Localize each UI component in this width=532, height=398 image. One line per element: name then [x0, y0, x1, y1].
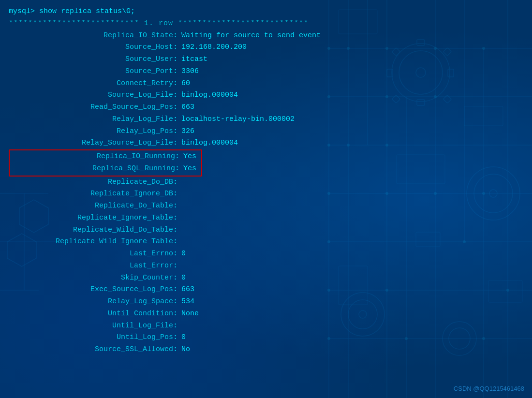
- field-value: [177, 188, 181, 200]
- field-line-replica_io_state: Replica_IO_State: Waiting for source to …: [9, 30, 523, 42]
- field-line-source_port: Source_Port: 3306: [9, 66, 523, 78]
- field-label: Relay_Log_Space: [9, 296, 173, 308]
- field-line-last_error: Last_Error:: [9, 260, 523, 272]
- field-line-until_condition: Until_Condition: None: [9, 308, 523, 320]
- field-label: Source_Host: [9, 42, 173, 54]
- separator-text: *************************** 1. row *****…: [9, 18, 309, 30]
- field-label: Until_Condition: [9, 308, 173, 320]
- field-label: Source_SSL_Allowed: [9, 344, 173, 356]
- field-label: Relay_Log_Pos: [9, 126, 173, 138]
- field-label: Exec_Source_Log_Pos: [9, 284, 173, 296]
- field-label: Until_Log_Pos: [9, 332, 173, 344]
- field-value: 663: [177, 284, 194, 296]
- field-line-until_log_pos: Until_Log_Pos: 0: [9, 332, 523, 344]
- field-value: 0: [177, 332, 186, 344]
- field-value: 0: [177, 248, 186, 260]
- field-value: [177, 320, 181, 332]
- field-value: 60: [177, 78, 190, 90]
- field-value: [177, 212, 181, 224]
- field-line-replicate_ignore_table: Replicate_Ignore_Table:: [9, 212, 523, 224]
- field-line-replica_sql_running: Replica_SQL_Running: Yes: [11, 163, 196, 175]
- highlight-section: Replica_IO_Running: YesReplica_SQL_Runni…: [9, 149, 202, 177]
- field-label: Replica_IO_Running: [11, 151, 175, 163]
- field-value: 192.168.200.200: [177, 42, 247, 54]
- field-label: Source_Port: [9, 66, 173, 78]
- field-label: Replicate_Do_DB: [9, 177, 173, 189]
- field-value: binlog.000004: [177, 137, 238, 149]
- field-label: Source_User: [9, 54, 173, 66]
- field-label: Replicate_Do_Table: [9, 200, 173, 212]
- field-line-replicate_wild_do_table: Replicate_Wild_Do_Table:: [9, 224, 523, 236]
- field-label: Relay_Log_File: [9, 114, 173, 126]
- field-value: [177, 260, 181, 272]
- field-line-source_user: Source_User: itcast: [9, 54, 523, 66]
- field-line-relay_log_space: Relay_Log_Space: 534: [9, 296, 523, 308]
- field-label: Source_Log_File: [9, 89, 173, 102]
- watermark: CSDN @QQ1215461468: [454, 385, 524, 392]
- field-value: [177, 236, 181, 248]
- field-label: Replica_IO_State: [9, 30, 173, 42]
- field-label: Read_Source_Log_Pos: [9, 102, 173, 114]
- field-line-replica_io_running: Replica_IO_Running: Yes: [11, 151, 196, 163]
- field-value: No: [177, 344, 190, 356]
- field-value: Yes: [179, 151, 196, 163]
- field-label: Replica_SQL_Running: [11, 163, 175, 175]
- field-line-until_log_file: Until_Log_File:: [9, 320, 523, 332]
- fields-container: Replica_IO_State: Waiting for source to …: [9, 30, 523, 356]
- field-line-skip_counter: Skip_Counter: 0: [9, 272, 523, 284]
- field-line-last_errno: Last_Errno: 0: [9, 248, 523, 260]
- field-line-replicate_ignore_db: Replicate_Ignore_DB:: [9, 188, 523, 200]
- field-line-connect_retry: Connect_Retry: 60: [9, 78, 523, 90]
- field-value: 3306: [177, 66, 199, 78]
- field-value: Waiting for source to send event: [177, 30, 321, 42]
- field-value: 534: [177, 296, 194, 308]
- separator-line: *************************** 1. row *****…: [9, 18, 523, 30]
- field-value: Yes: [179, 163, 196, 175]
- field-line-replicate_do_db: Replicate_Do_DB:: [9, 177, 523, 189]
- field-label: Last_Errno: [9, 248, 173, 260]
- field-value: [177, 177, 181, 189]
- field-line-relay_source_log_file: Relay_Source_Log_File: binlog.000004: [9, 137, 523, 149]
- terminal-output: mysql> show replica status\G; **********…: [0, 0, 532, 362]
- field-value: [177, 200, 181, 212]
- field-label: Last_Error: [9, 260, 173, 272]
- field-value: 326: [177, 126, 194, 138]
- field-line-source_host: Source_Host: 192.168.200.200: [9, 42, 523, 54]
- field-label: Replicate_Wild_Do_Table: [9, 224, 173, 236]
- field-line-source_ssl_allowed: Source_SSL_Allowed: No: [9, 344, 523, 356]
- field-value: binlog.000004: [177, 89, 238, 102]
- prompt-text: mysql> show replica status\G;: [9, 6, 135, 18]
- field-label: Skip_Counter: [9, 272, 173, 284]
- field-value: [177, 224, 181, 236]
- field-value: None: [177, 308, 199, 320]
- field-label: Replicate_Wild_Ignore_Table: [9, 236, 173, 248]
- field-line-replicate_do_table: Replicate_Do_Table:: [9, 200, 523, 212]
- field-value: 663: [177, 102, 194, 114]
- field-label: Relay_Source_Log_File: [9, 137, 173, 149]
- field-line-relay_log_file: Relay_Log_File: localhost-relay-bin.0000…: [9, 114, 523, 126]
- field-label: Until_Log_File: [9, 320, 173, 332]
- field-line-replicate_wild_ignore_table: Replicate_Wild_Ignore_Table:: [9, 236, 523, 248]
- field-label: Replicate_Ignore_Table: [9, 212, 173, 224]
- field-value: localhost-relay-bin.000002: [177, 114, 295, 126]
- prompt-line: mysql> show replica status\G;: [9, 6, 523, 18]
- field-line-exec_source_log_pos: Exec_Source_Log_Pos: 663: [9, 284, 523, 296]
- field-value: 0: [177, 272, 186, 284]
- field-line-read_source_log_pos: Read_Source_Log_Pos: 663: [9, 102, 523, 114]
- field-line-source_log_file: Source_Log_File: binlog.000004: [9, 89, 523, 102]
- field-value: itcast: [177, 54, 207, 66]
- field-label: Connect_Retry: [9, 78, 173, 90]
- field-line-relay_log_pos: Relay_Log_Pos: 326: [9, 126, 523, 138]
- field-label: Replicate_Ignore_DB: [9, 188, 173, 200]
